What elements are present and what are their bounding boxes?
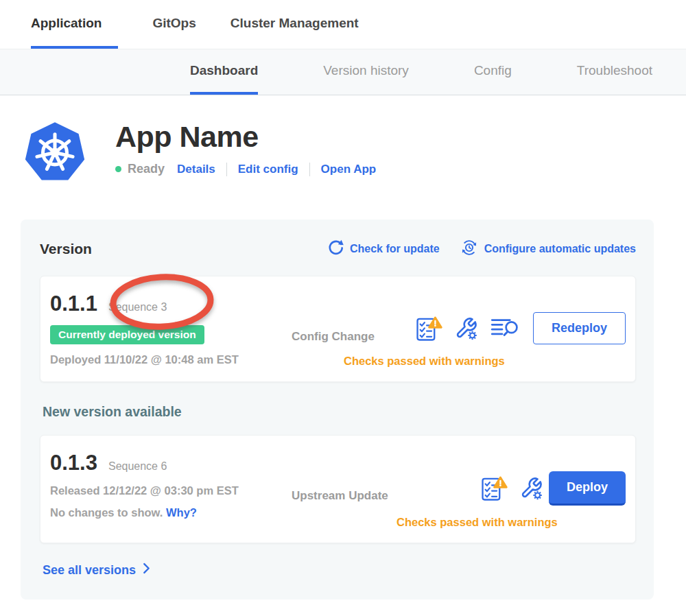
tab-cluster-management[interactable]: Cluster Management [230, 0, 359, 49]
secondary-nav: Dashboard Version history Config Trouble… [0, 49, 686, 95]
chevron-right-icon [143, 562, 150, 578]
see-all-versions-label: See all versions [43, 563, 136, 578]
app-header: App Name Ready Details Edit config Open … [0, 95, 686, 188]
tab-gitops[interactable]: GitOps [152, 0, 196, 49]
tab-version-history[interactable]: Version history [323, 49, 409, 95]
status-dot [115, 166, 121, 172]
version-panel-title: Version [40, 241, 92, 257]
why-link[interactable]: Why? [166, 506, 197, 519]
status-text: Ready [128, 162, 165, 176]
tab-application[interactable]: Application [31, 0, 118, 49]
available-version-sequence: Sequence 6 [108, 460, 167, 473]
version-panel: Version Check for update [21, 220, 654, 600]
preflight-checks-warning-icon[interactable] [480, 475, 508, 502]
config-wrench-icon[interactable] [454, 316, 479, 341]
currently-deployed-badge: Currently deployed version [50, 325, 204, 344]
refresh-icon [327, 239, 344, 259]
page-title: App Name [115, 120, 376, 154]
view-files-icon[interactable] [490, 317, 520, 340]
deployed-timestamp: Deployed 11/10/22 @ 10:48 am EST [50, 353, 292, 366]
divider [309, 163, 310, 176]
primary-nav: Application GitOps Cluster Management [0, 0, 686, 49]
new-version-heading: New version available [43, 404, 636, 420]
divider [226, 163, 227, 176]
check-for-update-link[interactable]: Check for update [327, 239, 440, 259]
no-changes-text: No changes to show. [50, 506, 163, 519]
auto-update-icon [460, 239, 478, 259]
current-version-card: 0.1.1 Sequence 3 Currently deployed vers… [40, 276, 636, 382]
available-version-card: 0.1.3 Sequence 6 Released 12/12/22 @ 03:… [40, 435, 636, 543]
released-timestamp: Released 12/12/22 @ 03:30 pm EST [50, 484, 292, 497]
details-link[interactable]: Details [177, 163, 215, 176]
open-app-link[interactable]: Open App [321, 163, 377, 176]
check-for-update-label: Check for update [350, 243, 440, 255]
tab-troubleshoot[interactable]: Troubleshoot [577, 49, 652, 95]
see-all-versions-link[interactable]: See all versions [43, 562, 636, 578]
configure-automatic-updates-link[interactable]: Configure automatic updates [460, 239, 636, 259]
configure-automatic-updates-label: Configure automatic updates [484, 243, 636, 255]
tab-dashboard[interactable]: Dashboard [190, 49, 258, 95]
config-wrench-icon[interactable] [519, 476, 544, 501]
current-version-sequence: Sequence 3 [108, 301, 167, 313]
current-version-number: 0.1.1 [50, 292, 97, 316]
edit-config-link[interactable]: Edit config [238, 163, 298, 176]
deploy-button[interactable]: Deploy [549, 471, 626, 506]
kubernetes-logo-icon [23, 119, 86, 188]
available-version-number: 0.1.3 [50, 451, 97, 475]
preflight-checks-warning-icon[interactable] [415, 315, 442, 342]
tab-config[interactable]: Config [474, 49, 512, 95]
preflight-status-text: Checks passed with warnings [397, 516, 558, 529]
redeploy-button[interactable]: Redeploy [533, 312, 626, 344]
preflight-status-text: Checks passed with warnings [344, 355, 505, 368]
